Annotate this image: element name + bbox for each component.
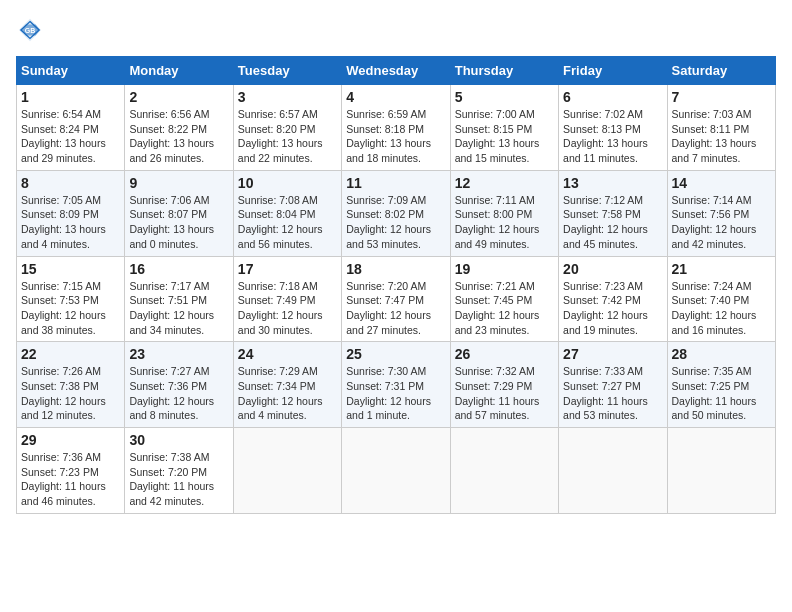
day-info: Sunrise: 7:03 AM Sunset: 8:11 PM Dayligh… [672,107,771,166]
day-info: Sunrise: 7:15 AM Sunset: 7:53 PM Dayligh… [21,279,120,338]
column-header-saturday: Saturday [667,57,775,85]
day-number: 16 [129,261,228,277]
day-number: 2 [129,89,228,105]
day-number: 14 [672,175,771,191]
day-info: Sunrise: 7:24 AM Sunset: 7:40 PM Dayligh… [672,279,771,338]
day-number: 7 [672,89,771,105]
calendar-cell: 20Sunrise: 7:23 AM Sunset: 7:42 PM Dayli… [559,256,667,342]
day-info: Sunrise: 6:59 AM Sunset: 8:18 PM Dayligh… [346,107,445,166]
day-info: Sunrise: 7:02 AM Sunset: 8:13 PM Dayligh… [563,107,662,166]
day-info: Sunrise: 7:18 AM Sunset: 7:49 PM Dayligh… [238,279,337,338]
day-info: Sunrise: 6:56 AM Sunset: 8:22 PM Dayligh… [129,107,228,166]
day-number: 13 [563,175,662,191]
calendar-header-row: SundayMondayTuesdayWednesdayThursdayFrid… [17,57,776,85]
calendar-cell: 9Sunrise: 7:06 AM Sunset: 8:07 PM Daylig… [125,170,233,256]
day-number: 28 [672,346,771,362]
day-number: 12 [455,175,554,191]
calendar-cell [233,428,341,514]
day-info: Sunrise: 7:35 AM Sunset: 7:25 PM Dayligh… [672,364,771,423]
calendar-cell [667,428,775,514]
calendar-cell: 2Sunrise: 6:56 AM Sunset: 8:22 PM Daylig… [125,85,233,171]
logo-icon: GB [16,16,44,44]
day-info: Sunrise: 7:32 AM Sunset: 7:29 PM Dayligh… [455,364,554,423]
day-number: 23 [129,346,228,362]
day-info: Sunrise: 7:20 AM Sunset: 7:47 PM Dayligh… [346,279,445,338]
day-number: 11 [346,175,445,191]
calendar-week-4: 22Sunrise: 7:26 AM Sunset: 7:38 PM Dayli… [17,342,776,428]
day-info: Sunrise: 7:30 AM Sunset: 7:31 PM Dayligh… [346,364,445,423]
day-info: Sunrise: 7:29 AM Sunset: 7:34 PM Dayligh… [238,364,337,423]
day-info: Sunrise: 7:09 AM Sunset: 8:02 PM Dayligh… [346,193,445,252]
day-info: Sunrise: 7:00 AM Sunset: 8:15 PM Dayligh… [455,107,554,166]
calendar-cell: 21Sunrise: 7:24 AM Sunset: 7:40 PM Dayli… [667,256,775,342]
day-number: 4 [346,89,445,105]
day-number: 25 [346,346,445,362]
day-number: 1 [21,89,120,105]
day-info: Sunrise: 7:17 AM Sunset: 7:51 PM Dayligh… [129,279,228,338]
day-info: Sunrise: 7:06 AM Sunset: 8:07 PM Dayligh… [129,193,228,252]
calendar-cell: 19Sunrise: 7:21 AM Sunset: 7:45 PM Dayli… [450,256,558,342]
day-info: Sunrise: 7:21 AM Sunset: 7:45 PM Dayligh… [455,279,554,338]
calendar-cell [559,428,667,514]
calendar-cell: 16Sunrise: 7:17 AM Sunset: 7:51 PM Dayli… [125,256,233,342]
day-number: 30 [129,432,228,448]
calendar-week-5: 29Sunrise: 7:36 AM Sunset: 7:23 PM Dayli… [17,428,776,514]
calendar-body: 1Sunrise: 6:54 AM Sunset: 8:24 PM Daylig… [17,85,776,514]
calendar-cell: 27Sunrise: 7:33 AM Sunset: 7:27 PM Dayli… [559,342,667,428]
column-header-friday: Friday [559,57,667,85]
calendar-cell: 3Sunrise: 6:57 AM Sunset: 8:20 PM Daylig… [233,85,341,171]
calendar-table: SundayMondayTuesdayWednesdayThursdayFrid… [16,56,776,514]
calendar-week-3: 15Sunrise: 7:15 AM Sunset: 7:53 PM Dayli… [17,256,776,342]
calendar-cell: 4Sunrise: 6:59 AM Sunset: 8:18 PM Daylig… [342,85,450,171]
day-info: Sunrise: 7:05 AM Sunset: 8:09 PM Dayligh… [21,193,120,252]
calendar-cell: 17Sunrise: 7:18 AM Sunset: 7:49 PM Dayli… [233,256,341,342]
calendar-cell: 24Sunrise: 7:29 AM Sunset: 7:34 PM Dayli… [233,342,341,428]
page-header: GB [16,16,776,44]
day-info: Sunrise: 7:26 AM Sunset: 7:38 PM Dayligh… [21,364,120,423]
day-info: Sunrise: 7:08 AM Sunset: 8:04 PM Dayligh… [238,193,337,252]
calendar-week-2: 8Sunrise: 7:05 AM Sunset: 8:09 PM Daylig… [17,170,776,256]
calendar-cell: 5Sunrise: 7:00 AM Sunset: 8:15 PM Daylig… [450,85,558,171]
calendar-cell: 13Sunrise: 7:12 AM Sunset: 7:58 PM Dayli… [559,170,667,256]
column-header-thursday: Thursday [450,57,558,85]
calendar-cell: 12Sunrise: 7:11 AM Sunset: 8:00 PM Dayli… [450,170,558,256]
calendar-cell: 18Sunrise: 7:20 AM Sunset: 7:47 PM Dayli… [342,256,450,342]
day-info: Sunrise: 7:36 AM Sunset: 7:23 PM Dayligh… [21,450,120,509]
column-header-wednesday: Wednesday [342,57,450,85]
calendar-cell: 29Sunrise: 7:36 AM Sunset: 7:23 PM Dayli… [17,428,125,514]
day-number: 21 [672,261,771,277]
calendar-cell: 1Sunrise: 6:54 AM Sunset: 8:24 PM Daylig… [17,85,125,171]
calendar-cell: 8Sunrise: 7:05 AM Sunset: 8:09 PM Daylig… [17,170,125,256]
day-number: 15 [21,261,120,277]
day-info: Sunrise: 7:23 AM Sunset: 7:42 PM Dayligh… [563,279,662,338]
calendar-cell [342,428,450,514]
day-number: 10 [238,175,337,191]
column-header-sunday: Sunday [17,57,125,85]
day-number: 26 [455,346,554,362]
day-number: 22 [21,346,120,362]
calendar-cell: 14Sunrise: 7:14 AM Sunset: 7:56 PM Dayli… [667,170,775,256]
logo: GB [16,16,48,44]
calendar-cell [450,428,558,514]
day-number: 3 [238,89,337,105]
calendar-cell: 26Sunrise: 7:32 AM Sunset: 7:29 PM Dayli… [450,342,558,428]
calendar-cell: 25Sunrise: 7:30 AM Sunset: 7:31 PM Dayli… [342,342,450,428]
calendar-cell: 7Sunrise: 7:03 AM Sunset: 8:11 PM Daylig… [667,85,775,171]
column-header-tuesday: Tuesday [233,57,341,85]
day-number: 6 [563,89,662,105]
day-number: 20 [563,261,662,277]
day-info: Sunrise: 6:54 AM Sunset: 8:24 PM Dayligh… [21,107,120,166]
day-info: Sunrise: 6:57 AM Sunset: 8:20 PM Dayligh… [238,107,337,166]
column-header-monday: Monday [125,57,233,85]
day-number: 9 [129,175,228,191]
day-info: Sunrise: 7:38 AM Sunset: 7:20 PM Dayligh… [129,450,228,509]
day-number: 17 [238,261,337,277]
day-number: 29 [21,432,120,448]
day-number: 27 [563,346,662,362]
calendar-week-1: 1Sunrise: 6:54 AM Sunset: 8:24 PM Daylig… [17,85,776,171]
day-number: 24 [238,346,337,362]
day-info: Sunrise: 7:14 AM Sunset: 7:56 PM Dayligh… [672,193,771,252]
day-info: Sunrise: 7:12 AM Sunset: 7:58 PM Dayligh… [563,193,662,252]
day-info: Sunrise: 7:27 AM Sunset: 7:36 PM Dayligh… [129,364,228,423]
calendar-cell: 30Sunrise: 7:38 AM Sunset: 7:20 PM Dayli… [125,428,233,514]
